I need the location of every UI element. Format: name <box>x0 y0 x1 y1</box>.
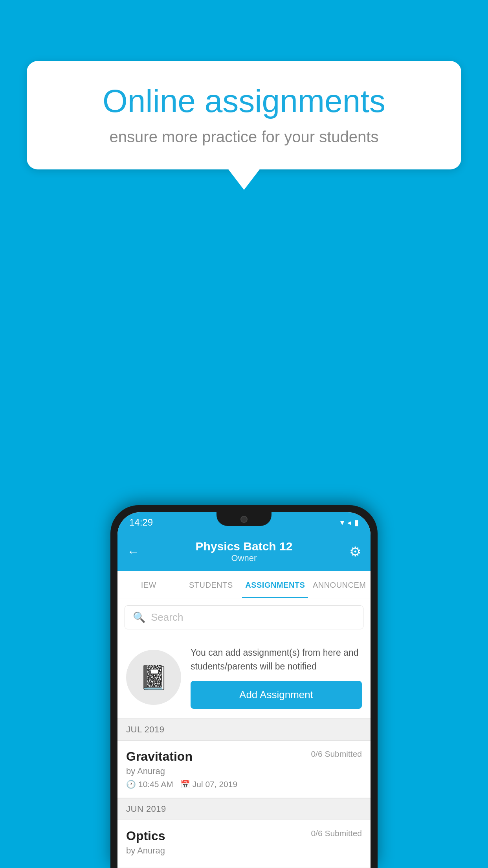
section-month-jun: JUN 2019 <box>126 804 166 814</box>
battery-icon: ▮ <box>354 518 359 527</box>
search-placeholder: Search <box>151 611 183 623</box>
notebook-icon: 📓 <box>139 664 169 691</box>
promo-subtext: ensure more practice for your students <box>52 128 436 146</box>
tab-students[interactable]: STUDENTS <box>180 571 242 598</box>
camera <box>240 516 248 523</box>
status-bar: 14:29 ▾ ◂ ▮ <box>117 512 371 533</box>
assignment-gravitation[interactable]: Gravitation 0/6 Submitted by Anurag 🕐 10… <box>117 741 371 798</box>
submitted-count-gravitation: 0/6 Submitted <box>311 749 362 759</box>
info-card: 📓 You can add assignment(s) from here an… <box>117 636 371 719</box>
search-icon: 🔍 <box>133 611 145 623</box>
time-item: 🕐 10:45 AM <box>126 780 173 789</box>
status-time: 14:29 <box>129 517 153 528</box>
batch-title: Physics Batch 12 <box>196 540 293 553</box>
wifi-icon: ▾ <box>340 518 344 527</box>
calendar-icon: 📅 <box>180 780 190 789</box>
date-item: 📅 Jul 07, 2019 <box>180 780 237 789</box>
signal-icon: ◂ <box>347 518 351 527</box>
assignment-by-gravitation: by Anurag <box>126 766 362 776</box>
search-bar[interactable]: 🔍 Search <box>125 605 363 629</box>
assignment-title-optics: Optics <box>126 829 165 843</box>
info-description: You can add assignment(s) from here and … <box>191 646 362 673</box>
section-month-jul: JUL 2019 <box>126 725 164 734</box>
info-text-area: You can add assignment(s) from here and … <box>191 646 362 709</box>
tab-assignments[interactable]: ASSIGNMENTS <box>242 571 308 598</box>
assignment-optics[interactable]: Optics 0/6 Submitted by Anurag <box>117 820 371 868</box>
search-container: 🔍 Search <box>117 598 371 636</box>
phone-frame: 14:29 ▾ ◂ ▮ ← Physics Batch 12 Owner ⚙ I… <box>110 505 378 868</box>
section-header-jul: JUL 2019 <box>117 719 371 741</box>
assignment-top-row-optics: Optics 0/6 Submitted <box>126 829 362 843</box>
assignment-time-gravitation: 10:45 AM <box>138 780 173 789</box>
promo-heading: Online assignments <box>52 83 436 120</box>
speech-bubble: Online assignments ensure more practice … <box>27 61 461 169</box>
header-center: Physics Batch 12 Owner <box>196 540 293 563</box>
assignment-datetime-gravitation: 🕐 10:45 AM 📅 Jul 07, 2019 <box>126 780 362 789</box>
section-header-jun: JUN 2019 <box>117 798 371 820</box>
promo-card: Online assignments ensure more practice … <box>27 61 461 169</box>
tab-iew[interactable]: IEW <box>117 571 180 598</box>
clock-icon: 🕐 <box>126 780 136 789</box>
settings-icon[interactable]: ⚙ <box>341 544 361 559</box>
assignment-top-row: Gravitation 0/6 Submitted <box>126 749 362 764</box>
assignment-date-gravitation: Jul 07, 2019 <box>193 780 237 789</box>
phone-screen: 14:29 ▾ ◂ ▮ ← Physics Batch 12 Owner ⚙ I… <box>117 512 371 868</box>
status-icons: ▾ ◂ ▮ <box>340 518 359 527</box>
tab-bar: IEW STUDENTS ASSIGNMENTS ANNOUNCEM <box>117 571 371 598</box>
batch-subtitle: Owner <box>196 553 293 563</box>
app-header: ← Physics Batch 12 Owner ⚙ <box>117 533 371 571</box>
notebook-icon-circle: 📓 <box>126 650 181 705</box>
notch <box>216 512 272 526</box>
add-assignment-button[interactable]: Add Assignment <box>191 681 362 709</box>
tab-announcements[interactable]: ANNOUNCEM <box>308 571 371 598</box>
assignment-title-gravitation: Gravitation <box>126 749 193 764</box>
submitted-count-optics: 0/6 Submitted <box>311 829 362 838</box>
assignment-by-optics: by Anurag <box>126 846 362 856</box>
back-button[interactable]: ← <box>127 544 147 559</box>
